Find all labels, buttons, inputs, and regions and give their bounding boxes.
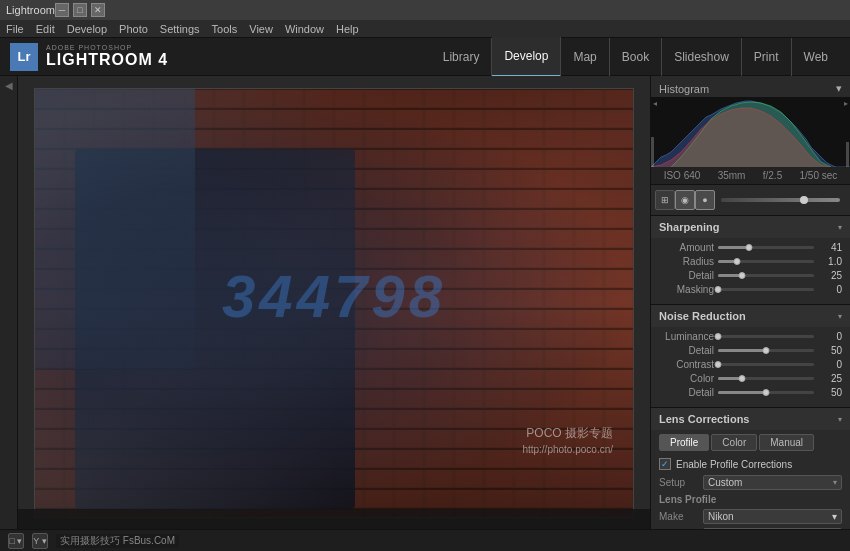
histogram-section: Histogram ▾ [651, 76, 850, 185]
menu-item-file[interactable]: File [6, 23, 24, 35]
nr-detail-fill [718, 349, 766, 352]
nr-contrast-value: 0 [818, 359, 842, 370]
tab-map[interactable]: Map [561, 38, 609, 76]
close-button[interactable]: ✕ [91, 3, 105, 17]
nr-luminance-label: Luminance [659, 331, 714, 342]
titlebar: Lightroom ─ □ ✕ [0, 0, 850, 20]
menu-item-edit[interactable]: Edit [36, 23, 55, 35]
histogram-canvas: ◂ ▸ [651, 97, 850, 167]
lens-tab-color[interactable]: Color [711, 434, 757, 451]
sharpening-detail-label: Detail [659, 270, 714, 281]
make-field-row: Make Nikon ▾ [651, 507, 850, 526]
noise-reduction-header[interactable]: Noise Reduction ▾ [651, 305, 850, 327]
tab-slideshow[interactable]: Slideshow [662, 38, 742, 76]
sharpening-amount-row: Amount 41 [659, 242, 842, 253]
nr-contrast-slider[interactable] [718, 363, 814, 366]
sharpening-detail-row: Detail 25 [659, 270, 842, 281]
nr-luminance-row: Luminance 0 [659, 331, 842, 342]
sharpening-arrow-icon: ▾ [838, 223, 842, 232]
left-panel-toggle[interactable]: ◀ [4, 80, 14, 91]
nr-detail-row: Detail 50 [659, 345, 842, 356]
filmstrip-layout-button[interactable]: □ ▾ [8, 533, 24, 549]
nr-detail-value: 50 [818, 345, 842, 356]
nr-detail-slider[interactable] [718, 349, 814, 352]
nr-luminance-slider[interactable] [718, 335, 814, 338]
watermark-brand: POCO 摄影专题 [522, 424, 613, 442]
tab-library[interactable]: Library [431, 38, 493, 76]
photo-bottom-strip [18, 509, 650, 529]
menu-item-settings[interactable]: Settings [160, 23, 200, 35]
menu-item-develop[interactable]: Develop [67, 23, 107, 35]
lens-profile-tabs: Profile Color Manual [651, 430, 850, 455]
tool-circle-icon[interactable]: ◉ [675, 190, 695, 210]
menu-item-window[interactable]: Window [285, 23, 324, 35]
make-dropdown[interactable]: Nikon ▾ [703, 509, 842, 524]
tool-slider-thumb [800, 196, 808, 204]
nr-color-slider[interactable] [718, 377, 814, 380]
lr-logo: Lr [10, 43, 38, 71]
nr-luminance-value: 0 [818, 331, 842, 342]
model-dropdown[interactable]: Nikon AF-S DX NIKKOR 35mm... ▾ [703, 528, 842, 529]
sharpening-masking-value: 0 [818, 284, 842, 295]
make-label: Make [659, 511, 699, 522]
app-title-block: ADOBE PHOTOSHOP LIGHTROOM 4 [46, 44, 168, 69]
tab-web[interactable]: Web [792, 38, 840, 76]
sharpening-masking-thumb [715, 286, 722, 293]
noise-reduction-content: Luminance 0 Detail 50 Contra [651, 327, 850, 407]
nav-tabs: Library Develop Map Book Slideshow Print… [431, 37, 840, 77]
tab-book[interactable]: Book [610, 38, 662, 76]
svg-rect-12 [846, 142, 849, 167]
sharpening-detail-thumb [739, 272, 746, 279]
lens-corrections-header[interactable]: Lens Corrections ▾ [651, 408, 850, 430]
noise-reduction-section: Noise Reduction ▾ Luminance 0 Detail [651, 305, 850, 408]
sharpening-amount-slider[interactable] [718, 246, 814, 249]
camera-shutter: 1/50 sec [800, 170, 838, 181]
bottom-label: 实用摄影技巧 FsBus.CoM [56, 534, 179, 548]
enable-corrections-checkbox[interactable]: ✓ [659, 458, 671, 470]
nr-color-detail-value: 50 [818, 387, 842, 398]
model-field-row: Model Nikon AF-S DX NIKKOR 35mm... ▾ [651, 526, 850, 529]
sharpening-masking-slider[interactable] [718, 288, 814, 291]
sharpening-radius-thumb [734, 258, 741, 265]
tab-develop[interactable]: Develop [492, 37, 561, 77]
lens-tab-profile[interactable]: Profile [659, 434, 709, 451]
tool-slider[interactable] [721, 198, 840, 202]
tool-dot-icon[interactable]: ● [695, 190, 715, 210]
right-panel: Histogram ▾ [650, 76, 850, 529]
menubar: FileEditDevelopPhotoSettingsToolsViewWin… [0, 20, 850, 38]
menu-item-help[interactable]: Help [336, 23, 359, 35]
minimize-button[interactable]: ─ [55, 3, 69, 17]
noise-reduction-arrow-icon: ▾ [838, 312, 842, 321]
menu-item-photo[interactable]: Photo [119, 23, 148, 35]
histogram-highlight-indicator: ▸ [844, 99, 848, 108]
sharpening-radius-row: Radius 1.0 [659, 256, 842, 267]
setup-dropdown-arrow: ▾ [833, 478, 837, 487]
sharpening-amount-thumb [745, 244, 752, 251]
sharpening-section: Sharpening ▾ Amount 41 Radius [651, 216, 850, 305]
menu-item-view[interactable]: View [249, 23, 273, 35]
setup-dropdown[interactable]: Custom ▾ [703, 475, 842, 490]
nr-color-thumb [739, 375, 746, 382]
sharpening-content: Amount 41 Radius 1.0 [651, 238, 850, 304]
tool-grid-icon[interactable]: ⊞ [655, 190, 675, 210]
lens-corrections-section: Lens Corrections ▾ Profile Color Manual … [651, 408, 850, 529]
header: Lr ADOBE PHOTOSHOP LIGHTROOM 4 Library D… [0, 38, 850, 76]
svg-rect-11 [651, 137, 654, 167]
histogram-arrow-icon[interactable]: ▾ [836, 82, 842, 95]
maximize-button[interactable]: □ [73, 3, 87, 17]
lens-tab-manual[interactable]: Manual [759, 434, 814, 451]
sharpening-detail-value: 25 [818, 270, 842, 281]
sharpening-detail-slider[interactable] [718, 274, 814, 277]
nr-contrast-label: Contrast [659, 359, 714, 370]
watermark-url: http://photo.poco.cn/ [522, 442, 613, 457]
tab-print[interactable]: Print [742, 38, 792, 76]
nr-color-value: 25 [818, 373, 842, 384]
sharpening-radius-slider[interactable] [718, 260, 814, 263]
make-dropdown-arrow: ▾ [832, 511, 837, 522]
left-panel: ◀ [0, 76, 18, 529]
lens-corrections-title: Lens Corrections [659, 413, 749, 425]
menu-item-tools[interactable]: Tools [212, 23, 238, 35]
sharpening-header[interactable]: Sharpening ▾ [651, 216, 850, 238]
filmstrip-y-button[interactable]: Y ▾ [32, 533, 48, 549]
nr-color-detail-slider[interactable] [718, 391, 814, 394]
